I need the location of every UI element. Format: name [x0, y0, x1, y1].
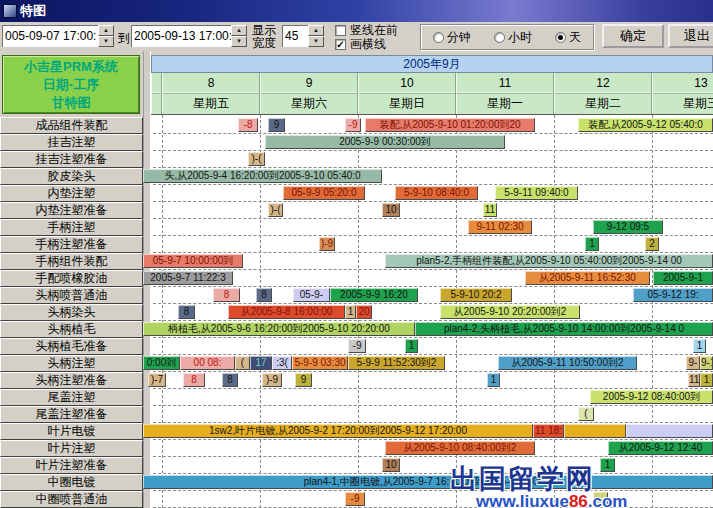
process-button-18[interactable]: 尾盖注塑准备: [0, 406, 143, 423]
task-bar[interactable]: -8: [238, 118, 258, 132]
task-bar[interactable]: 0:00到: [143, 356, 180, 370]
end-date-spinner[interactable]: ▲▼: [231, 25, 247, 47]
task-bar[interactable]: 10: [382, 458, 400, 472]
task-bar[interactable]: 5-9-10 20:2: [440, 288, 512, 302]
process-button-7[interactable]: 手柄注塑: [0, 219, 143, 236]
task-bar[interactable]: 从2005-9-12 12:40: [608, 441, 713, 455]
checkbox-checked-icon[interactable]: ✓: [335, 39, 346, 50]
unit-radio-分钟[interactable]: 分钟: [433, 29, 471, 46]
task-bar[interactable]: 1: [487, 373, 500, 387]
task-bar[interactable]: )-(: [268, 203, 283, 217]
task-bar[interactable]: 11: [688, 373, 700, 387]
process-button-19[interactable]: 叶片电镀: [0, 423, 143, 440]
task-bar[interactable]: 05-9-9 05:20:0: [283, 186, 365, 200]
task-bar[interactable]: 8: [178, 305, 195, 319]
task-bar[interactable]: plan4-1,中圈电镀,从2005-9-7 16:00:00到2005-9-1…: [143, 475, 713, 489]
spin-down-icon[interactable]: ▼: [308, 36, 324, 47]
task-bar[interactable]: 9: [295, 373, 312, 387]
spin-down-icon[interactable]: ▼: [98, 36, 114, 47]
task-bar[interactable]: 1: [405, 339, 418, 353]
task-bar[interactable]: [593, 492, 608, 506]
task-bar[interactable]: plan5-2,手柄组件装配,从2005-9-10 05:40:00到2005-…: [385, 254, 713, 268]
task-bar[interactable]: -9: [348, 339, 366, 353]
task-bar[interactable]: 10: [382, 203, 400, 217]
task-bar[interactable]: 9-12 09:5: [593, 220, 663, 234]
task-bar[interactable]: 5-9-11 09:40:0: [495, 186, 578, 200]
width-spinner[interactable]: ▲▼: [308, 25, 324, 47]
process-button-17[interactable]: 尾盖注塑: [0, 389, 143, 406]
task-bar[interactable]: 8: [222, 373, 238, 387]
task-bar[interactable]: 1: [585, 237, 599, 251]
task-bar[interactable]: )-9: [319, 237, 335, 251]
task-bar[interactable]: 5-9-9 03:30: [292, 356, 348, 370]
process-button-12[interactable]: 头柄染头: [0, 304, 143, 321]
task-bar[interactable]: 1: [600, 458, 615, 472]
process-button-5[interactable]: 内垫注塑: [0, 185, 143, 202]
task-bar[interactable]: )-(: [248, 152, 265, 166]
start-date-field[interactable]: 005-09-07 17:00: ▲▼: [2, 25, 114, 47]
task-bar[interactable]: 从2005-9-10 08:40:00到2: [385, 441, 535, 455]
task-bar[interactable]: 05-9-7 10:00:00到: [143, 254, 243, 268]
task-bar[interactable]: 00 08:: [180, 356, 235, 370]
end-date-input[interactable]: 2005-09-13 17:00:: [131, 25, 231, 47]
task-bar[interactable]: 从2005-9-11 16:52:30: [525, 271, 650, 285]
spin-up-icon[interactable]: ▲: [308, 25, 324, 36]
spin-down-icon[interactable]: ▼: [231, 36, 247, 47]
checkbox-unchecked-icon[interactable]: [335, 25, 346, 36]
process-button-3[interactable]: 挂吉注塑准备: [0, 151, 143, 168]
task-bar[interactable]: 9-1: [700, 356, 713, 370]
task-bar[interactable]: 5-9-10 08:40:0: [395, 186, 478, 200]
process-button-22[interactable]: 中圈电镀: [0, 474, 143, 491]
task-bar[interactable]: 2005-9-12 08:40:00到: [590, 390, 713, 404]
task-bar[interactable]: 8: [183, 373, 205, 387]
process-button-16[interactable]: 头柄注塑准备: [0, 372, 143, 389]
task-bar[interactable]: 1: [693, 339, 706, 353]
process-button-10[interactable]: 手配喷橡胶油: [0, 270, 143, 287]
task-bar[interactable]: 8: [213, 288, 240, 302]
task-bar[interactable]: 1sw2,叶片电镀,从2005-9-2 17:20:00到2005-9-12 1…: [143, 424, 533, 438]
task-bar[interactable]: 9-: [686, 356, 700, 370]
width-field[interactable]: 45 ▲▼: [282, 25, 324, 47]
process-button-4[interactable]: 胶皮染头: [0, 168, 143, 185]
process-button-20[interactable]: 叶片注塑: [0, 440, 143, 457]
spin-up-icon[interactable]: ▲: [98, 25, 114, 36]
task-bar[interactable]: )-7: [148, 373, 166, 387]
unit-radio-天[interactable]: 天: [555, 29, 581, 46]
process-button-9[interactable]: 手柄组件装配: [0, 253, 143, 270]
task-bar[interactable]: 5-9-9 11:52:30到2: [348, 356, 445, 370]
task-bar[interactable]: 05-9-12 19:: [633, 288, 713, 302]
process-button-23[interactable]: 中圈喷普通油: [0, 491, 143, 508]
task-bar[interactable]: (: [578, 407, 594, 421]
process-button-8[interactable]: 手柄注塑准备: [0, 236, 143, 253]
task-bar[interactable]: :3(: [272, 356, 292, 370]
exit-button[interactable]: 退出: [668, 24, 713, 48]
task-bar[interactable]: 头,从2005-9-4 16:20:00到2005-9-10 05:40:0: [143, 169, 382, 183]
task-bar[interactable]: 20: [356, 305, 372, 319]
task-bar[interactable]: 2005-9-9 00:30:00到: [265, 135, 505, 149]
width-input[interactable]: 45: [282, 25, 308, 47]
process-button-13[interactable]: 头柄植毛: [0, 321, 143, 338]
ok-button[interactable]: 确定: [602, 24, 664, 48]
task-bar[interactable]: 05-9-: [293, 288, 330, 302]
task-bar[interactable]: -9: [345, 118, 361, 132]
end-date-field[interactable]: 2005-09-13 17:00: ▲▼: [131, 25, 247, 47]
hline-checkbox[interactable]: ✓ 画横线: [335, 37, 398, 51]
task-bar[interactable]: 9-11 02:30: [468, 220, 532, 234]
task-bar[interactable]: 11: [483, 203, 497, 217]
radio-icon[interactable]: [433, 32, 444, 43]
task-bar[interactable]: plan4-2,头柄植毛,从2005-9-10 14:00:00到2005-9-…: [415, 322, 713, 336]
task-bar[interactable]: 9: [268, 118, 285, 132]
process-button-2[interactable]: 挂吉注塑: [0, 134, 143, 151]
process-button-11[interactable]: 头柄喷普通油: [0, 287, 143, 304]
task-bar[interactable]: 装配,从2005-9-12 05:40:0: [578, 118, 713, 132]
task-bar[interactable]: 从2005-9-10 20:20:00到2: [440, 305, 580, 319]
radio-icon[interactable]: [555, 32, 566, 43]
process-button-6[interactable]: 内垫注塑准备: [0, 202, 143, 219]
task-bar[interactable]: -9: [345, 492, 365, 506]
task-bar[interactable]: 11 18:: [533, 424, 564, 438]
radio-icon[interactable]: [494, 32, 505, 43]
task-bar[interactable]: 2005-9-9 16:20: [330, 288, 418, 302]
process-button-1[interactable]: 成品组件装配: [0, 117, 143, 134]
process-button-14[interactable]: 头柄植毛准备: [0, 338, 143, 355]
task-bar[interactable]: 柄植毛,从2005-9-6 16:20:00到2005-9-10 20:20:0…: [143, 322, 415, 336]
